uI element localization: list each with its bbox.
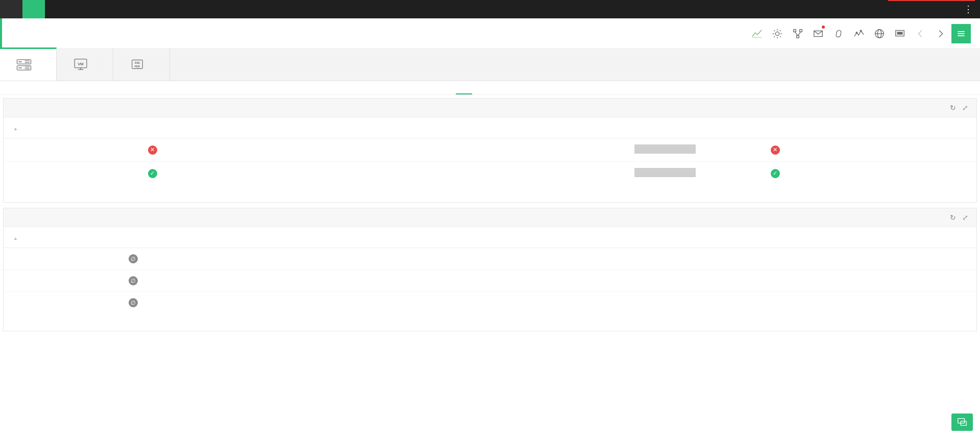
- svg-text:HDD: HDD: [134, 65, 140, 68]
- subtab-active-processes[interactable]: [473, 81, 489, 94]
- vm-icon: VM: [71, 55, 90, 74]
- sort-caret-icon: ▲: [13, 126, 18, 131]
- svg-rect-10: [800, 30, 802, 32]
- cell-target: [558, 270, 665, 292]
- table-row[interactable]: ∅: [4, 270, 976, 292]
- duplex-yes-icon: ✓: [771, 169, 780, 178]
- cell-driver: [451, 248, 558, 270]
- expand-icon[interactable]: ⤢: [962, 213, 968, 222]
- nav-reports[interactable]: [225, 0, 247, 18]
- col-lun-count[interactable]: [665, 227, 772, 248]
- side-menu-toggle[interactable]: [951, 24, 971, 43]
- col-type[interactable]: [344, 227, 451, 248]
- globe-icon[interactable]: [870, 24, 889, 43]
- refresh-icon[interactable]: ↻: [950, 104, 956, 112]
- svg-text:SSD: SSD: [135, 61, 140, 64]
- subtab-interfaces[interactable]: [438, 81, 455, 94]
- mail-icon[interactable]: [808, 24, 828, 43]
- svg-line-6: [780, 36, 781, 37]
- svg-rect-21: [897, 32, 903, 35]
- col-status[interactable]: [140, 117, 257, 138]
- col-driver[interactable]: [451, 227, 558, 248]
- col-mac[interactable]: [626, 117, 763, 138]
- svg-line-13: [798, 32, 801, 35]
- duplex-no-icon: ✕: [771, 145, 780, 155]
- nav-settings[interactable]: [202, 0, 225, 18]
- top-nav: ⋮: [0, 0, 980, 18]
- nav-servers[interactable]: [67, 0, 90, 18]
- expand-icon[interactable]: ⤢: [962, 104, 968, 112]
- cell-path: [772, 270, 976, 292]
- cell-nic-name: [4, 162, 140, 185]
- topology-icon[interactable]: [788, 24, 807, 43]
- subtab-apps[interactable]: [525, 81, 542, 94]
- subtab-hardware[interactable]: [508, 81, 524, 94]
- table-row[interactable]: ✕ ✕: [4, 138, 976, 162]
- cell-nic-name: [4, 138, 140, 162]
- table-row[interactable]: ✓ ✓: [4, 162, 976, 185]
- col-status[interactable]: [120, 227, 228, 248]
- status-unknown-icon: ∅: [129, 298, 138, 307]
- tab-vms[interactable]: VM: [57, 48, 113, 81]
- table-row[interactable]: ∅: [4, 292, 976, 314]
- col-target-count[interactable]: [558, 227, 665, 248]
- nav-inventory[interactable]: [22, 0, 45, 18]
- cell-adapter-name: [4, 248, 120, 270]
- svg-line-12: [795, 32, 798, 35]
- svg-point-29: [19, 67, 20, 68]
- svg-text:VM: VM: [78, 62, 83, 66]
- cell-path: [772, 292, 976, 314]
- link-icon[interactable]: [829, 24, 848, 43]
- svg-point-27: [19, 61, 20, 62]
- datastore-icon: SSDHDD: [128, 55, 147, 74]
- subtab-installed-softwares[interactable]: [491, 81, 507, 94]
- col-adapter-name[interactable]: ▲: [4, 227, 120, 248]
- col-driver[interactable]: [509, 117, 626, 138]
- cell-status: ∅: [129, 254, 219, 263]
- cell-status: ✕: [148, 145, 249, 155]
- svg-point-28: [20, 61, 21, 62]
- cell-description: [227, 248, 344, 270]
- tab-host[interactable]: [0, 47, 57, 81]
- cell-adapter-name: [4, 270, 120, 292]
- nav-overflow-menu[interactable]: ⋮: [957, 0, 980, 18]
- col-ip[interactable]: [257, 117, 393, 138]
- prev-icon[interactable]: [911, 24, 930, 43]
- col-description[interactable]: [227, 227, 344, 248]
- title-bar: [0, 18, 980, 48]
- cell-lun: [665, 248, 772, 270]
- subtab-virtual-details[interactable]: [456, 81, 472, 94]
- screen-icon[interactable]: [890, 24, 910, 43]
- redacted-value: [634, 144, 696, 154]
- col-duplex[interactable]: [763, 117, 976, 138]
- svg-rect-25: [17, 60, 31, 64]
- graph-icon[interactable]: [849, 24, 869, 43]
- table-row[interactable]: ∅: [4, 248, 976, 270]
- alert-icon[interactable]: [768, 24, 787, 43]
- summary-tabs: VM SSDHDD: [0, 48, 980, 81]
- subtab-monitors[interactable]: [543, 81, 559, 94]
- cell-ip: [257, 138, 393, 162]
- subtab-summary[interactable]: [421, 81, 437, 94]
- next-icon[interactable]: [931, 24, 950, 43]
- chart-icon[interactable]: [747, 24, 767, 43]
- refresh-icon[interactable]: ↻: [950, 213, 956, 222]
- nav-maps[interactable]: [135, 0, 157, 18]
- nav-network[interactable]: [45, 0, 67, 18]
- nav-dashboard[interactable]: [0, 0, 22, 18]
- panel-storage-adapters: ↻ ⤢ ▲ ∅: [3, 208, 977, 331]
- cell-driver: [509, 138, 626, 162]
- col-speed[interactable]: [393, 117, 509, 138]
- col-nic-name[interactable]: ▲: [4, 117, 140, 138]
- svg-point-30: [20, 67, 21, 68]
- nav-apps[interactable]: [157, 0, 180, 18]
- nav-virtualization[interactable]: [90, 0, 112, 18]
- cell-driver: [451, 292, 558, 314]
- cell-mac: [626, 162, 763, 185]
- cell-duplex: ✓: [763, 162, 976, 185]
- top-accent-bar: [888, 0, 975, 1]
- nav-workflow[interactable]: [180, 0, 202, 18]
- col-path-count[interactable]: [772, 227, 976, 248]
- nav-alarms[interactable]: [112, 0, 135, 18]
- tab-datastores[interactable]: SSDHDD: [113, 48, 170, 81]
